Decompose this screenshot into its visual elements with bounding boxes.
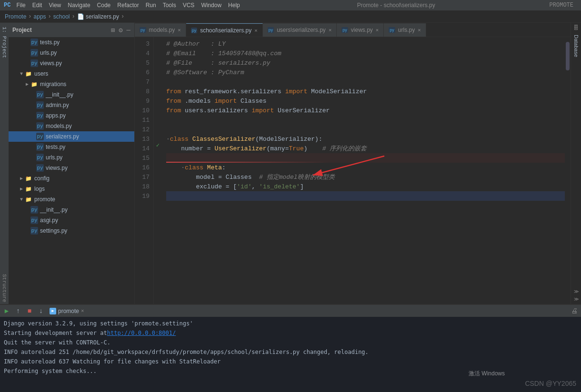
tree-item-views-users[interactable]: py views.py [9,163,134,173]
code-content[interactable]: # @Author : LY # @Email : 1540597488@qq.… [160,37,565,304]
cmt-17: # 指定model映射的模型类 [259,173,335,181]
line-num-3: 3 [135,39,153,49]
tree-item-admin-users[interactable]: py admin.py [9,100,134,110]
menu-help[interactable]: Help [225,1,243,10]
tree-label: settings.py [40,227,67,234]
breadcrumb-sep3: › [71,13,75,20]
console-line-4: INFO autoreload 251 /home/bd/git_workspa… [4,347,577,357]
param-many: many [270,145,285,152]
run-btn[interactable]: ▶ [2,306,11,316]
menu-file[interactable]: File [13,1,28,10]
structure-vertical-label[interactable]: Structure [0,272,8,304]
tab-icon: py [389,27,395,33]
tree-item-tests-py-school[interactable]: py tests.py [9,37,134,48]
tree-item-init-users[interactable]: py __init__.py [9,89,134,100]
import-module-9: .models [185,98,214,105]
tab-icon: py [191,28,198,33]
console-line-1: Django version 3.2.9, using settings 'pr… [4,319,577,328]
tree-item-models-users[interactable]: py models.py [9,121,134,131]
run-tab[interactable]: ▶ promote × [50,308,84,314]
console-output[interactable]: Django version 3.2.9, using settings 'pr… [0,317,581,392]
space-14 [308,145,322,152]
tab-urls-py[interactable]: py urls.py × [384,23,426,37]
tab-close-users-ser[interactable]: × [329,27,331,33]
tree-item-asgi-promote[interactable]: py asgi.py [9,215,134,225]
main-area: 1: Project Structure Project ⊞ ⚙ — py te… [0,23,581,304]
sidebar-settings-icon[interactable]: ⚙ [119,26,122,34]
gutter: ✓ [154,37,160,304]
sidebar-minimize-icon[interactable]: — [127,26,130,34]
console-text-1: Django version 3.2.9, using settings 'pr… [4,320,193,327]
breadcrumb-promote[interactable]: Promote [5,13,26,20]
menu-run[interactable]: Run [143,1,159,10]
menu-navigate[interactable]: Navigate [65,1,93,10]
sidebar-header: Project ⊞ ⚙ — [9,23,134,37]
expand-icon-2[interactable]: ≫ [574,296,579,302]
sidebar: Project ⊞ ⚙ — py tests.py py urls.py py … [9,23,135,304]
tree-item-tests-users[interactable]: py tests.py [9,142,134,152]
tree-item-apps-users[interactable]: py apps.py [9,110,134,121]
tab-users-serializers[interactable]: py users\serializers.py × [263,23,337,37]
tab-views-py[interactable]: py views.py × [337,23,384,37]
tab-school-serializers[interactable]: py school\serializers.py × [186,23,263,37]
database-label[interactable]: Database [573,35,579,57]
tree-item-urls-py-school[interactable]: py urls.py [9,48,134,58]
menu-tools[interactable]: Tools [160,1,179,10]
project-vertical-label[interactable]: 1: Project [0,25,8,60]
menu-vcs[interactable]: VCS [180,1,198,10]
line-num-17: 17 [135,172,153,182]
tree-label: views.py [46,165,68,171]
tree-item-urls-users[interactable]: py urls.py [9,152,134,163]
tab-close-models[interactable]: × [178,27,180,33]
console-text-4: INFO autoreload 251 /home/bd/git_workspa… [4,349,369,355]
menu-edit[interactable]: Edit [30,1,45,10]
line-num-4: 4 [135,49,153,58]
expand-icon-1[interactable]: ≫ [574,289,579,294]
tab-close-serializers[interactable]: × [254,28,257,33]
left-icons-panel: 1: Project Structure [0,23,9,304]
step-down-btn[interactable]: ↓ [36,306,46,316]
tree-item-views-py-school[interactable]: py views.py [9,58,134,69]
tree-item-promote[interactable]: ▼ 📁 promote [9,194,134,205]
tree-item-users-folder[interactable]: ▼ 📁 users [9,69,134,79]
tab-close-urls[interactable]: × [418,27,421,33]
tree-arrow-promote: ▼ [18,197,25,202]
tree-item-serializers-users[interactable]: py serializers.py [9,131,134,142]
tree-item-init-promote[interactable]: py __init__.py [9,205,134,215]
bracket-open-18: [ [233,183,237,190]
print-btn[interactable]: 🖨 [570,306,579,316]
right-panel-bottom: ≫ ≫ [574,289,579,302]
menu-view[interactable]: View [46,1,64,10]
tab-icon: py [341,27,348,33]
stop-btn[interactable]: ■ [25,306,34,316]
line-numbers: 3 4 5 6 7 8 9 10 11 12 13 14 15 16 17 18… [135,37,154,304]
breadcrumb-sep1: › [28,13,31,20]
tree-item-logs[interactable]: ▶ 📁 logs [9,184,134,194]
val-classes: Classes [226,174,252,181]
run-tab-close[interactable]: × [81,308,84,314]
menu-code[interactable]: Code [94,1,114,10]
tree-item-migrations[interactable]: ▶ 📁 migrations [9,79,134,89]
scroll-thumb[interactable] [566,42,570,70]
right-panel: 🗄 Database ≫ ≫ [571,23,581,304]
editor-scrollbar[interactable] [565,37,571,304]
indent-16 [166,164,181,171]
import-module-8: rest_framework.serializers [185,88,285,95]
menu-refactor[interactable]: Refactor [114,1,141,10]
step-up-btn[interactable]: ↑ [13,306,23,316]
menu-window[interactable]: Window [198,1,224,10]
breadcrumb-apps[interactable]: apps [34,13,46,20]
console-text-6: Performing system checks... [4,368,97,374]
bottom-panel: ▶ ↑ ■ ↓ ▶ promote × 🖨 Django version 3.2… [0,304,581,392]
code-line-9: from .models import Classes [166,96,565,106]
breadcrumb-school[interactable]: school [53,13,70,20]
tree-item-settings-promote[interactable]: py settings.py [9,225,134,236]
console-link[interactable]: http://0.0.0.0:8001/ [107,330,176,336]
code-editor[interactable]: 3 4 5 6 7 8 9 10 11 12 13 14 15 16 17 18… [135,37,571,304]
tab-models-py[interactable]: py models.py × [135,23,186,37]
console-text-3: Quit the server with CONTROL-C. [4,339,110,346]
tab-close-views[interactable]: × [376,27,379,33]
tab-label: school\serializers.py [200,27,251,34]
tree-item-config[interactable]: ▶ 📁 config [9,173,134,184]
sidebar-layout-icon[interactable]: ⊞ [111,26,115,34]
